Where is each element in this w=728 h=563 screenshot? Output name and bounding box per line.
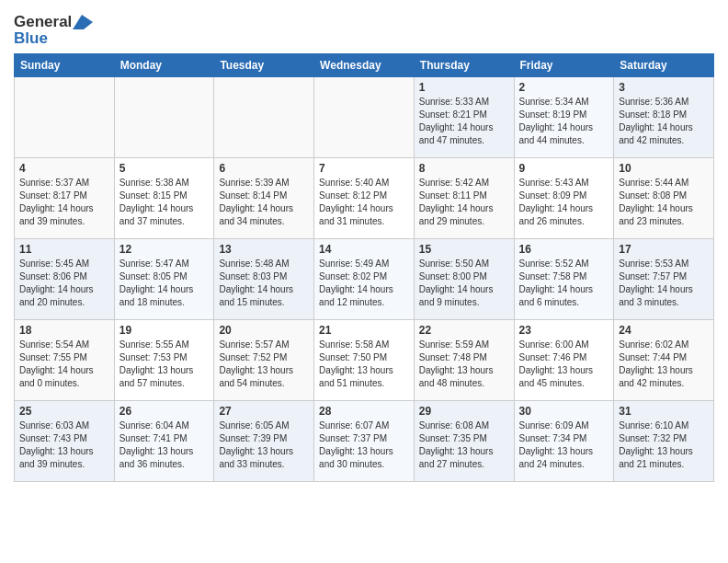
day-info: Sunrise: 5:52 AM Sunset: 7:58 PM Dayligh… — [519, 258, 609, 309]
calendar-cell: 3Sunrise: 5:36 AM Sunset: 8:18 PM Daylig… — [614, 77, 714, 158]
day-number: 2 — [519, 81, 609, 94]
calendar-cell: 1Sunrise: 5:33 AM Sunset: 8:21 PM Daylig… — [414, 77, 514, 158]
day-info: Sunrise: 5:49 AM Sunset: 8:02 PM Dayligh… — [319, 258, 409, 309]
day-number: 29 — [419, 405, 509, 418]
day-info: Sunrise: 6:10 AM Sunset: 7:32 PM Dayligh… — [619, 419, 709, 471]
day-number: 30 — [519, 405, 609, 418]
day-info: Sunrise: 5:48 AM Sunset: 8:03 PM Dayligh… — [219, 258, 309, 309]
calendar-week-2: 4Sunrise: 5:37 AM Sunset: 8:17 PM Daylig… — [15, 158, 714, 239]
calendar-cell: 19Sunrise: 5:55 AM Sunset: 7:53 PM Dayli… — [114, 320, 214, 401]
calendar-cell: 21Sunrise: 5:58 AM Sunset: 7:50 PM Dayli… — [314, 320, 415, 401]
calendar-cell: 24Sunrise: 6:02 AM Sunset: 7:44 PM Dayli… — [614, 320, 714, 401]
day-info: Sunrise: 5:47 AM Sunset: 8:05 PM Dayligh… — [119, 258, 210, 309]
day-info: Sunrise: 5:59 AM Sunset: 7:48 PM Dayligh… — [419, 339, 509, 390]
calendar-cell: 15Sunrise: 5:50 AM Sunset: 8:00 PM Dayli… — [414, 239, 514, 320]
calendar-week-3: 11Sunrise: 5:45 AM Sunset: 8:06 PM Dayli… — [15, 239, 714, 320]
day-number: 20 — [219, 324, 309, 337]
calendar-cell: 2Sunrise: 5:34 AM Sunset: 8:19 PM Daylig… — [514, 77, 614, 158]
calendar-cell: 18Sunrise: 5:54 AM Sunset: 7:55 PM Dayli… — [15, 320, 115, 401]
day-number: 4 — [19, 162, 109, 175]
col-header-tuesday: Tuesday — [214, 54, 314, 77]
calendar-week-1: 1Sunrise: 5:33 AM Sunset: 8:21 PM Daylig… — [15, 77, 714, 158]
day-info: Sunrise: 5:53 AM Sunset: 7:57 PM Dayligh… — [619, 258, 709, 309]
col-header-monday: Monday — [114, 54, 214, 77]
calendar-cell — [314, 77, 415, 158]
day-info: Sunrise: 6:09 AM Sunset: 7:34 PM Dayligh… — [519, 419, 609, 471]
day-number: 16 — [519, 243, 609, 256]
col-header-sunday: Sunday — [15, 54, 115, 77]
day-number: 27 — [219, 405, 309, 418]
calendar-cell: 12Sunrise: 5:47 AM Sunset: 8:05 PM Dayli… — [114, 239, 214, 320]
day-number: 21 — [319, 324, 409, 337]
calendar-cell: 27Sunrise: 6:05 AM Sunset: 7:39 PM Dayli… — [214, 401, 314, 482]
col-header-wednesday: Wednesday — [314, 54, 415, 77]
day-info: Sunrise: 5:34 AM Sunset: 8:19 PM Dayligh… — [519, 96, 609, 147]
day-info: Sunrise: 5:42 AM Sunset: 8:11 PM Dayligh… — [419, 177, 509, 228]
col-header-friday: Friday — [514, 54, 614, 77]
day-info: Sunrise: 6:05 AM Sunset: 7:39 PM Dayligh… — [219, 419, 309, 471]
day-info: Sunrise: 5:36 AM Sunset: 8:18 PM Dayligh… — [619, 96, 709, 147]
calendar-week-4: 18Sunrise: 5:54 AM Sunset: 7:55 PM Dayli… — [15, 320, 714, 401]
calendar-cell: 28Sunrise: 6:07 AM Sunset: 7:37 PM Dayli… — [314, 401, 415, 482]
day-number: 19 — [119, 324, 210, 337]
day-info: Sunrise: 5:50 AM Sunset: 8:00 PM Dayligh… — [419, 258, 509, 309]
calendar-cell: 8Sunrise: 5:42 AM Sunset: 8:11 PM Daylig… — [414, 158, 514, 239]
svg-marker-0 — [73, 15, 93, 29]
calendar-cell: 26Sunrise: 6:04 AM Sunset: 7:41 PM Dayli… — [114, 401, 214, 482]
day-number: 31 — [619, 405, 709, 418]
calendar-cell — [114, 77, 214, 158]
col-header-thursday: Thursday — [414, 54, 514, 77]
day-number: 17 — [619, 243, 709, 256]
calendar-cell: 13Sunrise: 5:48 AM Sunset: 8:03 PM Dayli… — [214, 239, 314, 320]
day-info: Sunrise: 6:07 AM Sunset: 7:37 PM Dayligh… — [319, 419, 409, 471]
day-number: 12 — [119, 243, 210, 256]
calendar-cell: 17Sunrise: 5:53 AM Sunset: 7:57 PM Dayli… — [614, 239, 714, 320]
calendar-cell: 5Sunrise: 5:38 AM Sunset: 8:15 PM Daylig… — [114, 158, 214, 239]
day-info: Sunrise: 5:57 AM Sunset: 7:52 PM Dayligh… — [219, 339, 309, 390]
calendar-cell: 6Sunrise: 5:39 AM Sunset: 8:14 PM Daylig… — [214, 158, 314, 239]
calendar-header-row: SundayMondayTuesdayWednesdayThursdayFrid… — [15, 54, 714, 77]
calendar-cell: 20Sunrise: 5:57 AM Sunset: 7:52 PM Dayli… — [214, 320, 314, 401]
calendar-cell: 4Sunrise: 5:37 AM Sunset: 8:17 PM Daylig… — [15, 158, 115, 239]
day-number: 3 — [619, 81, 709, 94]
day-info: Sunrise: 6:00 AM Sunset: 7:46 PM Dayligh… — [519, 339, 609, 390]
calendar-cell: 16Sunrise: 5:52 AM Sunset: 7:58 PM Dayli… — [514, 239, 614, 320]
logo: General Blue — [14, 9, 93, 48]
calendar-cell: 7Sunrise: 5:40 AM Sunset: 8:12 PM Daylig… — [314, 158, 415, 239]
day-number: 25 — [19, 405, 109, 418]
day-number: 15 — [419, 243, 509, 256]
day-info: Sunrise: 5:54 AM Sunset: 7:55 PM Dayligh… — [19, 339, 109, 390]
day-number: 8 — [419, 162, 509, 175]
day-info: Sunrise: 5:45 AM Sunset: 8:06 PM Dayligh… — [19, 258, 109, 309]
day-info: Sunrise: 5:55 AM Sunset: 7:53 PM Dayligh… — [119, 339, 210, 390]
day-number: 11 — [19, 243, 109, 256]
col-header-saturday: Saturday — [614, 54, 714, 77]
calendar-cell: 30Sunrise: 6:09 AM Sunset: 7:34 PM Dayli… — [514, 401, 614, 482]
calendar-cell — [214, 77, 314, 158]
day-number: 5 — [119, 162, 210, 175]
logo-blue-text: Blue — [14, 29, 48, 48]
calendar-cell: 31Sunrise: 6:10 AM Sunset: 7:32 PM Dayli… — [614, 401, 714, 482]
calendar-week-5: 25Sunrise: 6:03 AM Sunset: 7:43 PM Dayli… — [15, 401, 714, 482]
day-number: 24 — [619, 324, 709, 337]
day-number: 28 — [319, 405, 409, 418]
calendar-cell: 25Sunrise: 6:03 AM Sunset: 7:43 PM Dayli… — [15, 401, 115, 482]
calendar-cell: 29Sunrise: 6:08 AM Sunset: 7:35 PM Dayli… — [414, 401, 514, 482]
calendar-cell: 11Sunrise: 5:45 AM Sunset: 8:06 PM Dayli… — [15, 239, 115, 320]
logo-general-text: General — [14, 13, 72, 31]
calendar-cell: 22Sunrise: 5:59 AM Sunset: 7:48 PM Dayli… — [414, 320, 514, 401]
calendar-cell: 14Sunrise: 5:49 AM Sunset: 8:02 PM Dayli… — [314, 239, 415, 320]
day-info: Sunrise: 5:37 AM Sunset: 8:17 PM Dayligh… — [19, 177, 109, 228]
day-number: 13 — [219, 243, 309, 256]
day-info: Sunrise: 5:39 AM Sunset: 8:14 PM Dayligh… — [219, 177, 309, 228]
day-number: 9 — [519, 162, 609, 175]
day-info: Sunrise: 6:02 AM Sunset: 7:44 PM Dayligh… — [619, 339, 709, 390]
day-info: Sunrise: 5:38 AM Sunset: 8:15 PM Dayligh… — [119, 177, 210, 228]
day-number: 23 — [519, 324, 609, 337]
day-info: Sunrise: 5:44 AM Sunset: 8:08 PM Dayligh… — [619, 177, 709, 228]
calendar-cell: 10Sunrise: 5:44 AM Sunset: 8:08 PM Dayli… — [614, 158, 714, 239]
day-info: Sunrise: 5:58 AM Sunset: 7:50 PM Dayligh… — [319, 339, 409, 390]
day-info: Sunrise: 5:33 AM Sunset: 8:21 PM Dayligh… — [419, 96, 509, 147]
day-number: 14 — [319, 243, 409, 256]
day-info: Sunrise: 6:03 AM Sunset: 7:43 PM Dayligh… — [19, 419, 109, 471]
